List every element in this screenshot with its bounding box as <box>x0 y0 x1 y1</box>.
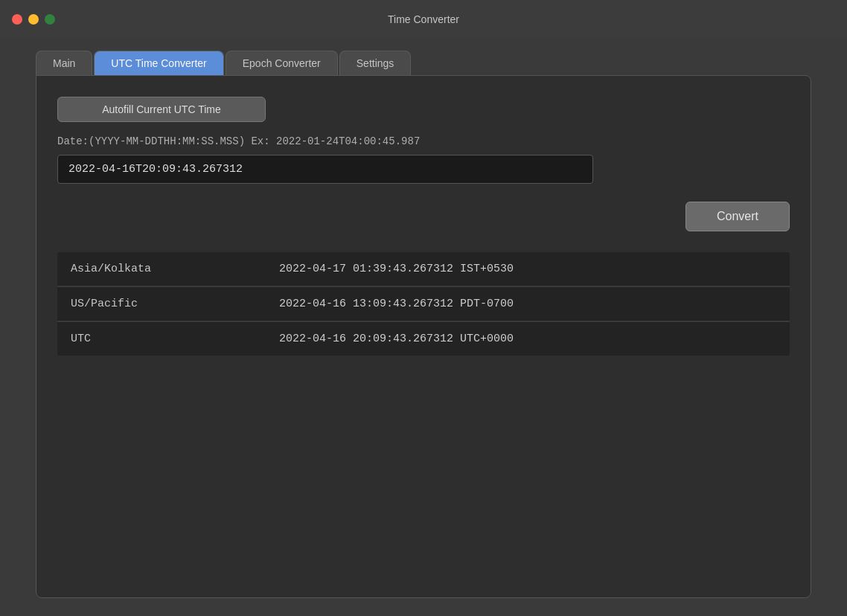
table-row: UTC 2022-04-16 20:09:43.267312 UTC+0000 <box>57 321 790 356</box>
convert-button[interactable]: Convert <box>685 202 790 231</box>
datetime-cell: 2022-04-17 01:39:43.267312 IST+0530 <box>266 252 790 286</box>
traffic-lights <box>12 14 55 25</box>
autofill-button[interactable]: Autofill Current UTC Time <box>57 97 266 122</box>
timezone-cell: UTC <box>57 321 266 356</box>
results-table: Asia/Kolkata 2022-04-17 01:39:43.267312 … <box>57 252 790 356</box>
content-area: Autofill Current UTC Time Date:(YYYY-MM-… <box>36 75 811 598</box>
format-label: Date:(YYYY-MM-DDTHH:MM:SS.MSS) Ex: 2022-… <box>57 135 790 147</box>
date-input[interactable] <box>57 155 593 184</box>
tab-utc-converter[interactable]: UTC Time Converter <box>94 51 223 75</box>
title-bar: Time Converter <box>0 0 847 39</box>
close-button[interactable] <box>12 14 22 25</box>
datetime-cell: 2022-04-16 20:09:43.267312 UTC+0000 <box>266 321 790 356</box>
timezone-cell: US/Pacific <box>57 286 266 321</box>
tab-bar: Main UTC Time Converter Epoch Converter … <box>36 39 811 75</box>
minimize-button[interactable] <box>28 14 39 25</box>
table-row: Asia/Kolkata 2022-04-17 01:39:43.267312 … <box>57 252 790 286</box>
datetime-cell: 2022-04-16 13:09:43.267312 PDT-0700 <box>266 286 790 321</box>
timezone-cell: Asia/Kolkata <box>57 252 266 286</box>
tab-main[interactable]: Main <box>36 51 92 75</box>
tab-epoch-converter[interactable]: Epoch Converter <box>226 51 338 75</box>
window-title: Time Converter <box>388 13 459 25</box>
maximize-button[interactable] <box>45 14 55 25</box>
main-window: Main UTC Time Converter Epoch Converter … <box>18 39 829 616</box>
convert-area: Convert <box>57 202 790 231</box>
tab-settings[interactable]: Settings <box>339 51 412 75</box>
table-row: US/Pacific 2022-04-16 13:09:43.267312 PD… <box>57 286 790 321</box>
